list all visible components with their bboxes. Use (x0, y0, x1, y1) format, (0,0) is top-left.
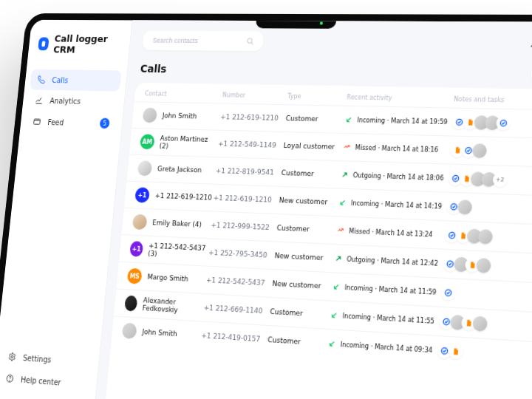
analytics-icon (35, 96, 44, 105)
sidebar-item-calls[interactable]: Calls (30, 69, 121, 92)
feed-icon (33, 117, 41, 126)
contact-number: +1 212-819-9541 (216, 167, 282, 177)
assignee-avatar-icon[interactable] (472, 316, 488, 332)
contact-name: Emily Baker (4) (152, 219, 202, 228)
contact-avatar (132, 214, 148, 231)
device-notch (256, 18, 337, 29)
contact-type: New customer (279, 197, 339, 207)
contact-type: Customer (285, 115, 345, 123)
contact-number: +1 212-669-1140 (203, 304, 270, 316)
contact-type: New customer (274, 251, 335, 262)
activity-text: Missed · March 14 at 18:16 (355, 144, 438, 154)
sidebar-item-label: Settings (23, 353, 52, 364)
assignee-avatar-icon[interactable] (457, 200, 473, 215)
activity-direction-icon (341, 171, 349, 179)
search-input[interactable] (151, 36, 247, 46)
gear-icon (7, 352, 16, 361)
main: Calls ContactNumberTypeRecent activityNo… (92, 20, 532, 399)
task-chip-icon[interactable] (440, 285, 456, 301)
contact-avatar: +1 (134, 187, 150, 202)
contact-number: +1 212-999-1522 (211, 221, 277, 231)
notes-cell (443, 256, 532, 276)
activity-direction-icon (328, 339, 336, 348)
notes-cell (437, 343, 532, 365)
sidebar-item-label: Feed (47, 117, 64, 126)
assignee-avatar-icon[interactable] (476, 258, 491, 273)
contact-name: John Smith (142, 328, 177, 338)
notes-cell: +2 (448, 171, 532, 188)
column-header[interactable]: Notes and tasks (454, 95, 532, 104)
activity-text: Incoming · March 14 at 11:55 (342, 312, 434, 324)
contact-number: +1 212-419-0157 (201, 332, 268, 344)
note-chip-icon[interactable] (448, 344, 463, 360)
search-box[interactable] (142, 30, 264, 51)
contact-avatar: MS (127, 268, 143, 284)
activity-direction-icon (332, 282, 341, 290)
contact-type: Customer (281, 168, 341, 178)
assignee-avatar-icon[interactable] (478, 229, 494, 245)
task-chip-icon[interactable] (496, 116, 511, 131)
activity-text: Incoming · March 14 at 11:59 (344, 284, 437, 296)
svg-point-3 (10, 381, 10, 381)
column-header[interactable]: Type (287, 93, 347, 101)
activity-direction-icon (343, 143, 351, 151)
column-header[interactable]: Contact (145, 90, 223, 98)
notes-cell (450, 143, 532, 160)
contact-avatar (122, 323, 137, 339)
activity-direction-icon (334, 254, 342, 262)
contact-type: Customer (267, 335, 329, 347)
phone-icon (37, 75, 46, 84)
contact-name: +1 212-619-1210 (154, 191, 212, 201)
contact-type: Customer (270, 307, 330, 319)
column-header[interactable]: Recent activity (347, 94, 454, 103)
calls-table: ContactNumberTypeRecent activityNotes an… (103, 83, 532, 399)
contact-name: Greta Jackson (157, 165, 202, 174)
activity-text: Missed · March 14 at 13:24 (349, 228, 433, 239)
contact-avatar (124, 296, 138, 312)
svg-point-1 (11, 355, 13, 358)
contact-name: Alexander Fedkovskiy (142, 296, 204, 316)
notes-cell (446, 200, 532, 218)
contact-avatar: AM (140, 134, 155, 149)
brand: Call logger CRM (27, 20, 132, 68)
activity-text: Incoming · March 14 at 14:19 (351, 200, 443, 210)
more-chip[interactable]: +2 (492, 172, 508, 187)
activity-text: Outgoing · March 14 at 12:42 (347, 256, 438, 267)
search-icon (246, 37, 255, 45)
activity-direction-icon (336, 226, 344, 234)
sidebar-item-feed[interactable]: Feed5 (25, 110, 117, 134)
brand-logo-icon (38, 37, 50, 50)
contact-type: New customer (272, 279, 332, 290)
sidebar-nav: CallsAnalyticsFeed5 (19, 66, 127, 138)
help-icon (5, 373, 14, 383)
notes-cell (439, 314, 532, 335)
activity-direction-icon (330, 311, 338, 320)
sidebar-item-label: Help center (21, 375, 61, 387)
contact-name: +1 212-542-5437 (3) (148, 242, 210, 260)
notifications-button[interactable] (529, 38, 532, 49)
sidebar-item-label: Analytics (50, 96, 81, 105)
assignee-avatar-icon[interactable] (472, 143, 487, 158)
contact-number: +1 212-542-5437 (206, 276, 273, 287)
brand-title: Call logger CRM (52, 33, 120, 56)
svg-rect-0 (34, 119, 41, 124)
contact-name: Margo Smith (147, 273, 188, 283)
notes-cell (444, 228, 532, 247)
contact-avatar (142, 108, 157, 123)
sidebar-item-analytics[interactable]: Analytics (27, 89, 120, 112)
contact-type: Loyal customer (283, 142, 343, 151)
contact-type: Customer (276, 224, 337, 234)
column-header[interactable]: Number (222, 92, 288, 100)
svg-line-5 (251, 42, 253, 44)
contact-number: +1 212-619-1210 (220, 113, 286, 122)
contact-number: +1 212-549-1149 (218, 140, 284, 149)
contact-name: Aston Martinez (2) (159, 134, 219, 151)
activity-text: Incoming · March 14 at 09:34 (340, 341, 432, 354)
contact-avatar: +1 (129, 241, 143, 257)
activity-text: Incoming · March 14 at 19:59 (357, 116, 448, 125)
sidebar-item-label: Calls (52, 76, 69, 84)
page-title: Calls (140, 63, 167, 75)
notes-cell (451, 115, 532, 132)
contact-avatar (137, 160, 153, 176)
activity-direction-icon (338, 199, 347, 207)
